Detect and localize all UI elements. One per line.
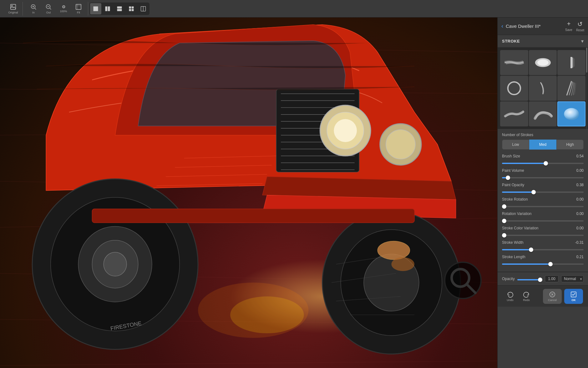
reset-button[interactable]: ↺ Reset [576,20,584,32]
stroke-count-med[interactable]: Med [529,140,556,150]
paint-opacity-slider[interactable] [502,192,584,193]
original-group: Original [4,2,23,16]
zoom-out-button[interactable]: Out [42,2,55,16]
canvas-area[interactable]: FIRESTONE [0,18,497,368]
view-split-h-icon [104,6,111,12]
zoom-in-button[interactable]: In [27,2,40,16]
undo-button[interactable]: Undo [503,289,518,304]
stroke-rotation-slider[interactable] [502,206,584,207]
stroke-count-high[interactable]: High [556,140,584,150]
reset-label: Reset [576,28,584,32]
main-toolbar: Original In Out ⊙ 100% [0,0,588,18]
zoom-100-label: 100% [60,10,67,13]
view-mode-group [89,3,150,15]
back-button[interactable]: ‹ [501,23,503,29]
brush-scrollbar[interactable] [586,48,587,129]
brush-preview-9 [561,105,582,124]
brush-cell-5[interactable] [529,76,557,101]
section-header: STROKE ▾ [498,35,588,48]
svg-point-1 [12,5,13,6]
svg-rect-6 [105,6,108,11]
zoom-100-icon: ⊙ [62,4,65,9]
brush-grid [498,48,588,129]
paint-volume-value: 0.00 [572,168,584,173]
opacity-slider[interactable] [517,279,542,280]
view-compare-button[interactable] [138,3,149,14]
rotation-variation-slider[interactable] [502,220,584,222]
stroke-width-slider[interactable] [502,249,584,250]
redo-button[interactable]: Redo [519,289,534,304]
opacity-slider-wrapper [517,276,542,282]
fit-button[interactable]: Fit [72,2,85,16]
ok-label: OK [571,299,576,302]
paint-volume-label: Paint Volume [502,168,524,173]
view-quad-button[interactable] [126,3,137,14]
opacity-value: 1.00 [545,275,559,282]
cancel-icon [549,291,556,298]
stroke-width-row: Stroke Width -0.31 [502,240,584,252]
svg-rect-11 [132,6,134,8]
svg-rect-56 [92,209,414,223]
zoom-out-icon [45,3,52,10]
svg-rect-12 [129,9,131,11]
view-single-icon [93,6,99,12]
brush-preview-4 [503,78,525,98]
brush-cell-6[interactable] [557,76,585,101]
brush-size-slider[interactable] [502,163,584,164]
original-button[interactable]: Original [6,2,20,16]
section-title: STROKE [502,39,520,43]
stroke-color-variation-slider[interactable] [502,235,584,236]
save-label: Save [565,28,572,32]
stroke-section: STROKE ▾ [498,35,588,368]
brush-cell-2[interactable] [529,50,557,75]
brush-preview-1 [503,53,525,73]
svg-rect-9 [117,9,122,11]
svg-rect-0 [11,4,16,9]
brush-preview-8 [532,104,554,124]
zoom-100-button[interactable]: ⊙ 100% [57,2,70,16]
paint-volume-slider[interactable] [502,177,584,178]
panel-header: ‹ Cave Dweller III* + Save ↺ Reset [498,18,588,35]
cancel-label: Cancel [548,299,557,302]
view-single-button[interactable] [90,3,101,14]
svg-rect-10 [129,6,131,8]
reset-icon: ↺ [577,20,583,28]
save-icon: + [567,20,571,28]
brush-size-row: Brush Size 0.54 [502,154,584,165]
stroke-count-low[interactable]: Low [502,140,529,150]
brush-cell-7[interactable] [500,101,528,126]
brush-cell-8[interactable] [529,101,557,126]
collapse-button[interactable]: ▾ [581,38,584,44]
undo-icon [507,291,514,298]
panel-actions: + Save ↺ Reset [565,20,584,32]
stroke-color-variation-value: 0.00 [572,226,584,230]
stroke-color-variation-label: Stroke Color Variation [502,226,539,230]
cancel-button[interactable]: Cancel [543,289,562,304]
view-split-h-button[interactable] [102,3,113,14]
paint-opacity-value: 0.38 [572,183,584,187]
brush-cell-9[interactable] [557,101,585,126]
ok-button[interactable]: OK [564,289,583,304]
brush-preview-7 [503,104,525,124]
stroke-length-slider[interactable] [502,263,584,265]
svg-rect-8 [117,6,122,8]
blend-mode-select[interactable]: Normal Multiply Screen Overlay High [561,275,584,282]
brush-cell-1[interactable] [500,50,528,75]
view-split-v-button[interactable] [114,3,125,14]
svg-point-41 [334,119,357,142]
view-quad-icon [128,6,134,12]
stroke-length-value: 0.21 [572,255,584,259]
brush-cell-3[interactable] [557,50,585,75]
original-label: Original [8,11,18,14]
svg-point-43 [386,130,415,159]
brush-preview-5 [532,78,554,98]
car-illustration: FIRESTONE [0,18,497,368]
brush-cell-4[interactable] [500,76,528,101]
svg-point-62 [537,59,549,66]
save-button[interactable]: + Save [565,20,572,32]
brush-preview-2 [532,53,554,73]
zoom-out-label: Out [46,11,51,14]
bottom-left: Undo Redo [503,289,534,304]
stroke-rotation-row: Stroke Rotation 0.00 [502,197,584,208]
rotation-variation-label: Rotation Variation [502,212,532,216]
